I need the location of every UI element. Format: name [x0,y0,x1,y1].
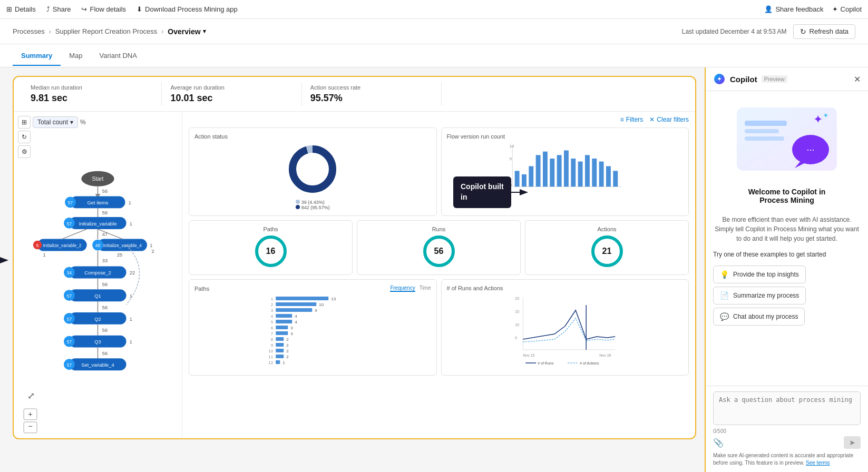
tab-bar: Summary Map Variant DNA [0,44,868,67]
download-icon: ⬇ [136,5,142,13]
svg-text:3: 3 [290,331,293,336]
svg-text:33: 33 [102,258,108,263]
chat-icon: 💬 [720,312,729,321]
svg-text:1: 1 [43,252,46,258]
svg-rect-109 [276,326,288,329]
svg-text:10: 10 [268,349,273,353]
nav-flow-details[interactable]: ↪ Flow details [81,5,126,13]
svg-text:48: 48 [95,243,101,248]
example-chat[interactable]: 💬 Chat about my process [713,308,805,326]
copilot-illustration: ✦ ✦ ··· [713,100,861,180]
chevron-down-icon: ▾ [203,28,206,35]
settings-map-btn[interactable]: ⚙ [18,145,31,158]
svg-text:Start: Start [92,176,104,182]
copilot-send-button[interactable]: ➤ [844,436,861,449]
nav-download[interactable]: ⬇ Download Process Mining app [136,5,238,13]
example-top-insights[interactable]: 💡 Provide the top insights [713,266,806,283]
breadcrumb-current[interactable]: Overview ▾ [168,27,206,36]
svg-text:57: 57 [67,293,72,299]
svg-text:57: 57 [67,317,72,322]
svg-text:Nov 15: Nov 15 [523,353,534,357]
breadcrumb-right: Last updated December 4 at 9:53 AM ↻ Ref… [682,24,855,39]
svg-text:Initialize_variable: Initialize_variable [79,221,117,227]
svg-rect-81 [529,166,533,186]
svg-text:5: 5 [515,336,517,340]
table-icon-btn[interactable]: ⊞ [18,116,31,129]
svg-text:+: + [28,410,33,418]
svg-text:9: 9 [315,308,317,313]
actions-ring: 21 [591,235,623,267]
donut-chart [286,143,339,195]
svg-text:1: 1 [130,221,132,227]
svg-rect-91 [599,162,603,187]
svg-text:11: 11 [268,355,273,359]
copilot-close-button[interactable]: ✕ [854,74,861,84]
svg-rect-92 [606,166,611,186]
refresh-map-btn[interactable]: ↻ [18,131,31,143]
nav-share-feedback[interactable]: 👤 Share feedback [764,5,823,13]
svg-text:# of Actions: # of Actions [580,361,599,365]
svg-rect-80 [522,174,526,186]
svg-text:2: 2 [271,302,274,307]
see-terms-link[interactable]: See terms [806,460,830,466]
copilot-char-counter: 0/500 [713,428,861,434]
svg-text:9: 9 [271,343,274,348]
svg-text:22: 22 [130,270,135,276]
attach-icon[interactable]: 📎 [713,438,724,448]
tab-summary[interactable]: Summary [13,46,61,66]
paths-time-tab[interactable]: Time [420,285,431,292]
top-nav: ⊞ Details ⤴ Share ↪ Flow details ⬇ Downl… [0,0,868,19]
svg-text:10: 10 [319,302,324,307]
svg-text:4: 4 [295,314,297,319]
svg-rect-83 [543,152,548,187]
copilot-examples-list: 💡 Provide the top insights 📄 Summarize m… [713,266,861,329]
average-stat: Average run duration 10.01 sec [162,82,301,106]
stats-row: Median run duration 9.81 sec Average run… [14,77,695,112]
breadcrumb-supplier[interactable]: Supplier Report Creation Process [55,27,158,35]
control-row: ⊞ Total count ▾ % [18,116,178,129]
donut-container: 39 (4.43%) 842 (95.57%) [194,143,431,210]
tab-variant-dna[interactable]: Variant DNA [91,46,145,66]
process-map: ⊞ Total count ▾ % ↻ ⚙ [14,112,182,438]
svg-text:Q2: Q2 [94,317,101,322]
total-count-select[interactable]: Total count ▾ [33,116,78,128]
nav-details[interactable]: ⊞ Details [6,5,36,13]
svg-text:57: 57 [67,339,72,345]
svg-rect-148 [745,129,779,133]
bottom-analytics-grid: Paths Frequency Time 13 [189,279,689,376]
analytics-panel: ≡ Filters ✕ Clear filters [182,112,695,438]
nav-copilot[interactable]: ✦ Copilot [832,5,862,13]
svg-rect-124 [276,355,284,358]
tab-map[interactable]: Map [61,46,91,66]
copilot-textarea[interactable] [713,391,861,425]
copilot-body: ✦ ✦ ··· Welcome to Copilot inProcess Min… [706,91,868,386]
svg-text:2: 2 [151,249,154,254]
copilot-nav-icon: ✦ [832,5,838,13]
svg-text:2: 2 [286,349,289,353]
paths-frequency-tab[interactable]: Frequency [390,285,415,292]
example-summarize[interactable]: 📄 Summarize my process [713,287,806,304]
svg-rect-82 [535,155,540,186]
svg-text:Get items: Get items [87,200,109,205]
copilot-preview-badge: Preview [762,75,787,83]
svg-text:✦: ✦ [813,113,823,126]
svg-text:5: 5 [271,320,274,324]
svg-text:10: 10 [509,144,514,149]
svg-text:56: 56 [102,210,108,215]
top-analytics-grid: Action status [189,127,689,216]
clear-filters-button[interactable]: ✕ Clear filters [649,116,689,123]
svg-line-28 [62,229,87,239]
svg-text:34: 34 [67,270,72,276]
breadcrumb-processes[interactable]: Processes [13,27,45,35]
svg-text:4: 4 [271,314,274,319]
svg-text:Nov 28: Nov 28 [599,353,611,357]
svg-text:Initialize_variable_2: Initialize_variable_2 [43,243,81,248]
nav-share[interactable]: ⤴ Share [46,5,71,13]
svg-rect-90 [592,159,597,186]
clear-icon: ✕ [649,116,655,123]
svg-text:1: 1 [130,339,132,345]
svg-rect-115 [276,337,284,341]
refresh-button[interactable]: ↻ Refresh data [793,24,855,39]
filters-button[interactable]: ≡ Filters [620,116,643,123]
runs-metric: Runs 56 [357,220,521,275]
